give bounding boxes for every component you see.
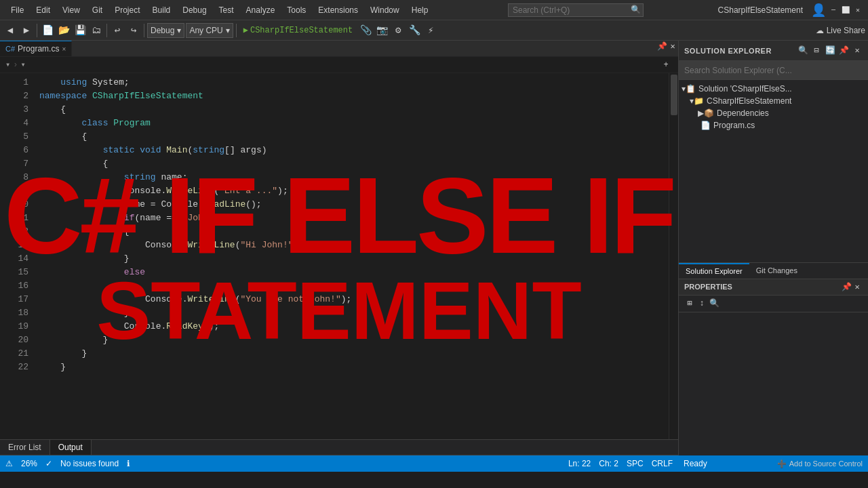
breadcrumb-dropdown-1[interactable]: ▾ xyxy=(5,60,10,70)
tab-output[interactable]: Output xyxy=(50,440,92,455)
main-area: C# Program.cs × 📌 ✕ ▾ › ▾ + 123456 78910… xyxy=(0,41,868,455)
title-bar: File Edit View Git Project Build Debug T… xyxy=(0,0,868,20)
se-search-button[interactable]: 🔍 xyxy=(797,45,808,56)
editor-pin-button[interactable]: 📌 xyxy=(656,41,667,52)
menu-edit[interactable]: Edit xyxy=(31,4,56,16)
close-button[interactable]: ✕ xyxy=(853,5,863,15)
config-dropdown[interactable]: Debug ▾ xyxy=(147,23,184,38)
platform-dropdown[interactable]: Any CPU ▾ xyxy=(186,23,233,38)
status-zoom[interactable]: 26% xyxy=(21,459,37,468)
tree-item-dependencies[interactable]: ▶ 📦 Dependencies xyxy=(679,107,868,119)
breadcrumb-dropdown-2[interactable]: ▾ xyxy=(20,60,25,70)
toolbar: ◀ ▶ 📄 📂 💾 🗂 ↩ ↪ Debug ▾ Any CPU ▾ ▶ CSha… xyxy=(0,20,868,41)
properties-panel: Properties 📌 ✕ ⊞ ↕ 🔍 xyxy=(679,279,868,456)
live-share-button[interactable]: ☁ Live Share xyxy=(816,26,865,35)
code-content[interactable]: using System; namespace CSharpIfElseStat… xyxy=(34,73,669,439)
screenshot-button[interactable]: 📷 xyxy=(374,23,389,38)
props-sort-button[interactable]: ↕ xyxy=(696,298,707,309)
menu-test[interactable]: Test xyxy=(214,4,239,16)
solution-tree: ▾ 📋 Solution 'CSharpIfElseS... ▾ 📁 CShar… xyxy=(679,80,868,262)
add-source-control-button[interactable]: ➕ Add to Source Control xyxy=(777,460,863,468)
tree-item-project[interactable]: ▾ 📁 CSharpIfElseStatement xyxy=(679,95,868,107)
menu-extensions[interactable]: Extensions xyxy=(313,4,363,16)
solution-explorer: Solution Explorer 🔍 ⊟ 🔄 📌 ✕ ▾ 📋 Solution… xyxy=(678,41,868,455)
tab-filename: Program.cs xyxy=(18,44,59,54)
editor-tab-program[interactable]: C# Program.cs × xyxy=(0,41,72,56)
live-share-label: Live Share xyxy=(827,26,865,35)
ready-bar: Ready ➕ Add to Source Control xyxy=(678,455,868,472)
se-search-input[interactable] xyxy=(684,66,863,75)
debug-tool-1[interactable]: ⚙ xyxy=(391,23,406,38)
props-search-button[interactable]: 🔍 xyxy=(709,298,719,309)
tab-spacer xyxy=(72,41,656,56)
menu-file[interactable]: File xyxy=(5,4,29,16)
menu-git[interactable]: Git xyxy=(87,4,108,16)
play-button[interactable]: ▶ CSharpIfElseStatement xyxy=(239,24,357,37)
tab-close-button[interactable]: × xyxy=(62,45,66,53)
save-button[interactable]: 💾 xyxy=(73,23,87,38)
code-editor[interactable]: 123456 789101112 131415161718 19202122 u… xyxy=(0,73,678,439)
props-grid-button[interactable]: ⊞ xyxy=(684,298,695,309)
tab-error-list[interactable]: Error List xyxy=(0,440,50,455)
se-collapse-button[interactable]: ⊟ xyxy=(811,45,822,56)
menu-tools[interactable]: Tools xyxy=(281,4,311,16)
platform-chevron-icon: ▾ xyxy=(226,26,230,35)
properties-toolbar: ⊞ ↕ 🔍 xyxy=(679,296,868,312)
config-chevron-icon: ▾ xyxy=(177,26,181,35)
scrollbar-thumb[interactable] xyxy=(671,75,677,115)
se-tab-git-changes[interactable]: Git Changes xyxy=(749,263,804,279)
menu-debug[interactable]: Debug xyxy=(177,4,212,16)
status-ln: Ln: 22 xyxy=(568,459,591,468)
se-refresh-button[interactable]: 🔄 xyxy=(825,45,835,56)
add-source-icon: ➕ xyxy=(777,460,787,468)
tab-icon: C# xyxy=(5,45,15,53)
menu-help[interactable]: Help xyxy=(406,4,434,16)
attach-button[interactable]: 📎 xyxy=(358,23,373,38)
undo-button[interactable]: ↩ xyxy=(110,23,125,38)
tree-item-programcs[interactable]: 📄 Program.cs xyxy=(679,119,868,131)
debug-tool-2[interactable]: 🔧 xyxy=(407,23,422,38)
redo-button[interactable]: ↪ xyxy=(126,23,141,38)
se-pin-button[interactable]: 📌 xyxy=(838,45,849,56)
back-button[interactable]: ◀ xyxy=(3,23,18,38)
line-numbers: 123456 789101112 131415161718 19202122 xyxy=(0,73,34,439)
properties-title: Properties xyxy=(684,283,841,291)
properties-header: Properties 📌 ✕ xyxy=(679,279,868,296)
minimize-button[interactable]: — xyxy=(829,5,838,15)
breadcrumb-separator: › xyxy=(13,60,18,70)
user-profile-icon[interactable]: 👤 xyxy=(811,3,826,18)
menu-view[interactable]: View xyxy=(57,4,85,16)
menu-analyze[interactable]: Analyze xyxy=(241,4,281,16)
se-tab-solution-explorer[interactable]: Solution Explorer xyxy=(679,263,749,279)
ready-text: Ready xyxy=(684,459,707,468)
add-source-label: Add to Source Control xyxy=(789,460,863,468)
maximize-button[interactable]: ⬜ xyxy=(841,5,850,15)
tree-item-solution[interactable]: ▾ 📋 Solution 'CSharpIfElseS... xyxy=(679,83,868,95)
menu-window[interactable]: Window xyxy=(365,4,405,16)
status-errors-icon: ⚠ xyxy=(5,459,13,468)
breadcrumb-add-button[interactable]: + xyxy=(659,58,673,72)
editor-scrollbar[interactable] xyxy=(669,73,678,439)
config-label: Debug xyxy=(151,26,174,35)
status-line-ending: CRLF xyxy=(652,459,673,468)
new-file-button[interactable]: 📄 xyxy=(40,23,55,38)
menu-project[interactable]: Project xyxy=(109,4,145,16)
editor-close-button[interactable]: ✕ xyxy=(667,41,678,52)
open-button[interactable]: 📂 xyxy=(56,23,71,38)
solution-icon: 📋 xyxy=(686,84,696,94)
solution-explorer-header: Solution Explorer 🔍 ⊟ 🔄 📌 ✕ xyxy=(679,41,868,61)
save-all-button[interactable]: 🗂 xyxy=(89,23,104,38)
search-icon: 🔍 xyxy=(631,5,641,15)
se-close-button[interactable]: ✕ xyxy=(852,45,863,56)
status-info-icon: ℹ xyxy=(127,459,130,468)
breadcrumb: ▾ › ▾ + xyxy=(0,57,678,73)
solution-explorer-search xyxy=(679,61,868,80)
menu-build[interactable]: Build xyxy=(147,4,176,16)
title-search-input[interactable] xyxy=(508,3,644,17)
props-pin-button[interactable]: 📌 xyxy=(841,281,852,292)
project-icon: 📁 xyxy=(694,96,704,106)
menu-bar: File Edit View Git Project Build Debug T… xyxy=(5,3,803,17)
props-close-button[interactable]: ✕ xyxy=(852,281,863,292)
forward-button[interactable]: ▶ xyxy=(19,23,34,38)
debug-tool-3[interactable]: ⚡ xyxy=(423,23,438,38)
